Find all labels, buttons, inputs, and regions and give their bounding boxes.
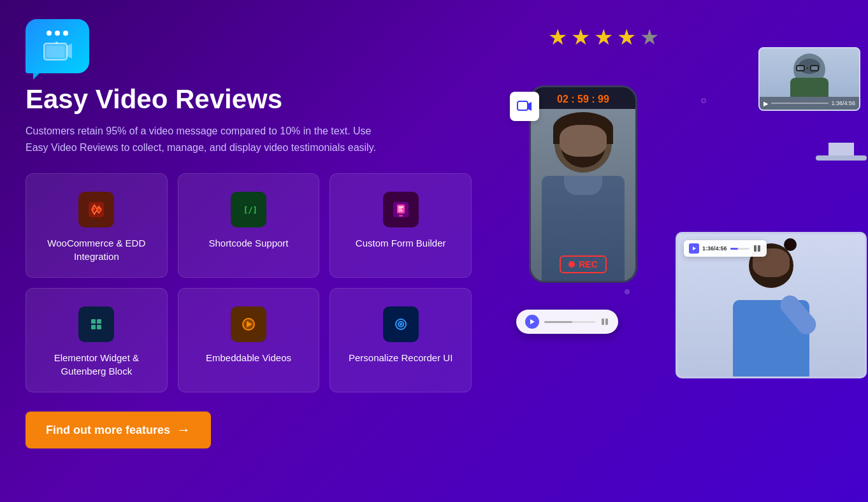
star-5-empty: ★ bbox=[640, 24, 659, 50]
form-icon-svg bbox=[391, 200, 410, 219]
find-more-features-button[interactable]: Find out more features → bbox=[25, 412, 211, 448]
video-thumbnail-top: ▶ 1:36/4:56 bbox=[758, 47, 860, 111]
svg-text:[/]: [/] bbox=[243, 206, 257, 215]
elementor-label: Elementor Widget & Gutenberg Block bbox=[39, 351, 154, 378]
description-line1: Customers retain 95% of a video message … bbox=[25, 126, 372, 136]
floating-progress-bar bbox=[544, 321, 595, 323]
embeddable-icon-svg bbox=[239, 315, 258, 334]
rating-stars: ★ ★ ★ ★ ★ bbox=[548, 24, 659, 50]
cta-arrow-icon: → bbox=[177, 422, 191, 438]
deco-circle-2 bbox=[701, 98, 706, 103]
embeddable-icon bbox=[231, 306, 266, 342]
add-video-button[interactable] bbox=[510, 92, 539, 121]
monitor-container: 1:36/4:56 bbox=[816, 143, 867, 161]
feature-card-woocommerce[interactable]: WooCommerce & EDD Integration bbox=[25, 173, 168, 278]
description-line2: Easy Video Reviews to collect, manage, a… bbox=[25, 142, 376, 153]
elementor-icon-svg bbox=[87, 315, 106, 334]
svg-point-5 bbox=[92, 208, 95, 210]
feature-card-form-builder[interactable]: Custom Form Builder bbox=[329, 173, 472, 278]
thumbnail-progress-bar bbox=[771, 103, 828, 104]
monitor-progress-bar bbox=[730, 248, 749, 250]
player-icon-svg bbox=[691, 245, 697, 252]
svg-rect-11 bbox=[398, 206, 403, 208]
feature-card-embeddable[interactable]: Embeddable Videos bbox=[178, 288, 320, 392]
svg-rect-19 bbox=[97, 325, 101, 329]
svg-point-27 bbox=[400, 323, 402, 326]
svg-marker-36 bbox=[530, 319, 535, 324]
app-title: Easy Video Reviews bbox=[25, 85, 472, 114]
thumbnail-play-icon: ▶ bbox=[763, 100, 769, 107]
svg-rect-37 bbox=[602, 319, 604, 325]
form-builder-label: Custom Form Builder bbox=[356, 236, 446, 250]
hero-illustration: ✦ ✦ bbox=[497, 47, 867, 417]
svg-rect-2 bbox=[47, 46, 64, 57]
left-column: Easy Video Reviews Customers retain 95% … bbox=[25, 19, 472, 483]
monitor-base bbox=[816, 155, 867, 161]
features-grid: WooCommerce & EDD Integration [/] Shortc… bbox=[25, 173, 472, 392]
deco-dot-2 bbox=[625, 289, 630, 294]
svg-rect-14 bbox=[399, 215, 403, 217]
svg-rect-13 bbox=[398, 210, 403, 212]
phone-timer: 02 : 59 : 99 bbox=[557, 87, 609, 109]
svg-rect-35 bbox=[758, 245, 760, 252]
star-3: ★ bbox=[594, 24, 613, 50]
app-description: Customers retain 95% of a video message … bbox=[25, 123, 421, 155]
logo-dot-3 bbox=[63, 31, 68, 36]
cta-label: Find out more features bbox=[46, 424, 170, 437]
add-video-icon bbox=[517, 99, 532, 114]
app-logo bbox=[25, 19, 89, 73]
svg-rect-34 bbox=[754, 245, 756, 252]
thumbnail-face: ▶ 1:36/4:56 bbox=[760, 48, 859, 110]
monitor-stand bbox=[828, 143, 854, 155]
star-2: ★ bbox=[571, 24, 590, 50]
player-icon bbox=[689, 243, 699, 254]
right-column: ★ ★ ★ ★ ★ ✦ ✦ bbox=[497, 19, 867, 483]
camera-icon bbox=[43, 39, 72, 62]
elementor-icon bbox=[78, 306, 114, 342]
feature-card-elementor[interactable]: Elementor Widget & Gutenberg Block bbox=[25, 288, 168, 392]
rec-dot-icon bbox=[568, 261, 575, 268]
shortcode-label: Shortcode Support bbox=[208, 236, 288, 250]
woocommerce-icon bbox=[78, 192, 114, 227]
thumbnail-player-bar: ▶ 1:36/4:56 bbox=[760, 97, 859, 110]
rec-badge: REC bbox=[560, 255, 607, 273]
svg-rect-18 bbox=[91, 325, 96, 329]
personalize-icon bbox=[383, 306, 419, 342]
feature-card-personalize[interactable]: Personalize Recorder UI bbox=[329, 288, 472, 392]
monitor-player-bar: 1:36/4:56 bbox=[684, 240, 767, 257]
shortcode-icon: [/] bbox=[231, 192, 266, 227]
svg-rect-38 bbox=[605, 319, 608, 325]
svg-rect-17 bbox=[97, 319, 101, 324]
rec-label: REC bbox=[579, 259, 598, 269]
monitor-screen: 1:36/4:56 bbox=[677, 234, 865, 376]
svg-marker-1 bbox=[67, 43, 72, 59]
svg-rect-15 bbox=[89, 317, 104, 332]
embeddable-label: Embeddable Videos bbox=[206, 351, 291, 364]
form-builder-icon bbox=[383, 192, 419, 227]
logo-dot-2 bbox=[55, 31, 60, 36]
svg-point-3 bbox=[55, 41, 58, 44]
floating-progress-fill bbox=[544, 321, 572, 323]
phone-mockup: 02 : 59 : 99 bbox=[529, 85, 637, 283]
floating-pause-icon bbox=[600, 317, 609, 326]
logo-dots bbox=[47, 31, 68, 36]
personalize-icon-svg bbox=[391, 315, 410, 334]
floating-play-icon bbox=[525, 315, 539, 329]
monitor-time: 1:36/4:56 bbox=[702, 245, 727, 252]
svg-rect-12 bbox=[398, 208, 402, 210]
personalize-label: Personalize Recorder UI bbox=[349, 351, 452, 364]
floating-player bbox=[516, 310, 618, 334]
floating-play-svg bbox=[529, 319, 535, 325]
shortcode-icon-svg: [/] bbox=[239, 200, 258, 219]
thumbnail-time: 1:36/4:56 bbox=[831, 100, 855, 106]
woocommerce-label: WooCommerce & EDD Integration bbox=[39, 236, 154, 263]
svg-rect-4 bbox=[89, 202, 104, 217]
svg-point-6 bbox=[98, 208, 100, 210]
star-4: ★ bbox=[617, 24, 636, 50]
feature-card-shortcode[interactable]: [/] Shortcode Support bbox=[178, 173, 320, 278]
monitor-progress-fill bbox=[730, 248, 738, 250]
star-1: ★ bbox=[548, 24, 567, 50]
monitor-screen-frame: 1:36/4:56 bbox=[676, 232, 867, 378]
woocommerce-icon-svg bbox=[87, 200, 106, 219]
pause-icon bbox=[753, 244, 762, 253]
